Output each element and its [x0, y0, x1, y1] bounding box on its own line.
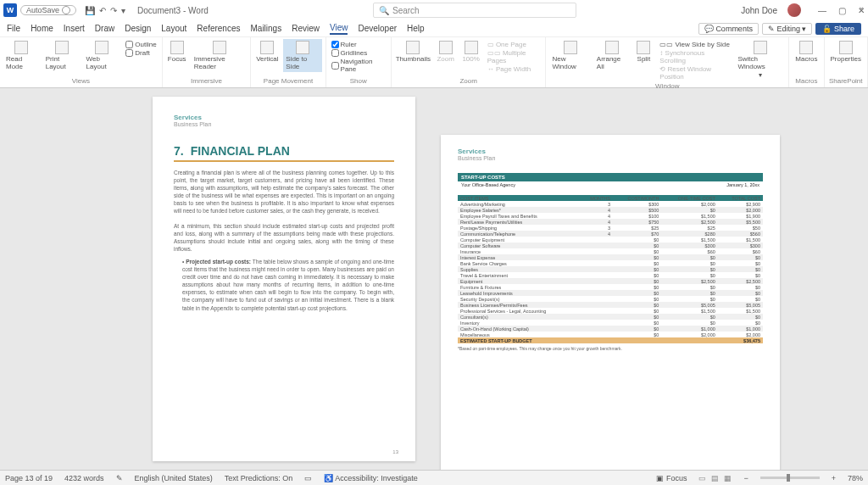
multi-page-button: ▭▭ Multiple Pages — [487, 49, 541, 64]
maximize-button[interactable]: ▢ — [838, 6, 846, 15]
properties-button[interactable]: Properties — [828, 39, 864, 64]
view-side-by-side-button[interactable]: ▭▭ View Side by Side — [659, 41, 730, 48]
spellcheck-icon[interactable]: ✎ — [116, 474, 123, 482]
document-area[interactable]: Services Business Plan 7. FINANCIAL PLAN… — [0, 88, 868, 470]
arrange-all-button[interactable]: Arrange All — [594, 39, 630, 72]
table-row: Employee Payroll Taxes and Benefits4$100… — [458, 213, 763, 219]
avatar[interactable] — [787, 3, 801, 17]
word-icon: W — [3, 3, 17, 17]
print-layout-button[interactable]: Print Layout — [43, 39, 81, 72]
table-row: Rent/Lease Payments/Utilities4$750$2,500… — [458, 219, 763, 225]
tab-developer[interactable]: Developer — [358, 24, 397, 33]
read-view-icon[interactable]: ▭ — [698, 474, 706, 482]
print-view-icon[interactable]: ▤ — [711, 474, 719, 482]
status-page[interactable]: Page 13 of 19 — [5, 474, 53, 482]
one-page-button: ▭ One Page — [487, 41, 541, 48]
table-header-row: COST ITEMSMONTHSCOST/MONTHONE-TIME COSTT… — [458, 195, 763, 201]
gridlines-check[interactable]: Gridlines — [331, 49, 386, 57]
ruler-check[interactable]: Ruler — [331, 41, 386, 48]
header-services: Services — [174, 114, 394, 121]
editing-button[interactable]: ✎ Editing ▾ — [762, 23, 813, 35]
page-13: Services Business Plan 7. FINANCIAL PLAN… — [153, 97, 415, 461]
navpane-check[interactable]: Navigation Pane — [331, 58, 386, 73]
web-layout-button[interactable]: Web Layout — [84, 39, 121, 72]
document-title: Document3 - Word — [137, 6, 209, 15]
table-title: START-UP COSTS — [458, 173, 763, 181]
undo-icon[interactable]: ↶ — [99, 6, 106, 15]
menu-bar: File Home Insert Draw Design Layout Refe… — [0, 20, 868, 37]
status-predictions[interactable]: Text Predictions: On — [225, 474, 293, 482]
zoom-slider[interactable] — [760, 477, 820, 479]
web-view-icon[interactable]: ▦ — [724, 474, 732, 482]
share-button[interactable]: 🔓 Share — [815, 23, 861, 35]
table-row: Computer Equipment$0$1,500$1,500 — [458, 237, 763, 242]
table-row: Inventory$0$0$0 — [458, 320, 763, 326]
new-window-button[interactable]: New Window — [549, 39, 590, 72]
zoom-out-button[interactable]: − — [743, 474, 748, 482]
header-business-plan: Business Plan — [174, 121, 394, 127]
table-row: Equipment$0$2,500$2,500 — [458, 278, 763, 284]
status-bar: Page 13 of 19 4232 words ✎ English (Unit… — [0, 470, 868, 485]
draft-check[interactable]: Draft — [125, 49, 156, 57]
search-input[interactable]: 🔍 Search — [373, 3, 576, 18]
minimize-button[interactable]: — — [818, 6, 826, 15]
focus-button[interactable]: Focus — [166, 39, 188, 64]
tab-layout[interactable]: Layout — [161, 24, 186, 33]
sync-scroll-button: ↕ Synchronous Scrolling — [659, 49, 730, 64]
comments-button[interactable]: 💬 Comments — [698, 23, 759, 35]
table-subheader: Your Office-Based AgencyJanuary 1, 20xx — [458, 181, 763, 188]
tab-review[interactable]: Review — [292, 24, 320, 33]
user-name[interactable]: John Doe — [741, 6, 777, 15]
status-accessibility[interactable]: ♿ Accessibility: Investigate — [324, 474, 418, 482]
tab-design[interactable]: Design — [125, 24, 151, 33]
tab-mailings[interactable]: Mailings — [250, 24, 281, 33]
table-footnote: *Based on part-time employees. This may … — [458, 346, 763, 351]
table-row: Security Deposit(s)$0$0$0 — [458, 296, 763, 302]
table-row: Business Licenses/Permits/Fees$0$5,005$5… — [458, 302, 763, 308]
vertical-button[interactable]: Vertical — [254, 39, 280, 64]
page-width-button: ↔ Page Width — [487, 65, 541, 73]
paragraph-1: Creating a financial plan is where all o… — [174, 169, 394, 215]
hundred-button: 100% — [460, 39, 482, 64]
thumbnails-button[interactable]: Thumbnails — [395, 39, 431, 64]
table-row: Supplies$0$0$0 — [458, 266, 763, 272]
page-number: 13 — [392, 449, 398, 454]
qat-dropdown-icon[interactable]: ▾ — [121, 6, 125, 15]
tab-insert[interactable]: Insert — [64, 24, 85, 33]
zoom-in-button[interactable]: + — [832, 474, 836, 482]
status-words[interactable]: 4232 words — [64, 474, 104, 482]
table-row: Advertising/Marketing3$300$2,000$2,900 — [458, 201, 763, 207]
zoom-button: Zoom — [435, 39, 457, 64]
read-mode-button[interactable]: Read Mode — [3, 39, 40, 72]
split-button[interactable]: Split — [632, 39, 654, 64]
tab-help[interactable]: Help — [407, 24, 425, 33]
display-settings-icon[interactable]: ▭ — [304, 474, 312, 482]
focus-mode-button[interactable]: ▣ Focus — [656, 474, 687, 482]
tab-view[interactable]: View — [330, 23, 348, 35]
collapse-ribbon-button[interactable]: ⌄ — [858, 2, 865, 11]
tab-file[interactable]: File — [7, 24, 20, 33]
table-row: Miscellaneous$0$2,000$2,000 — [458, 332, 763, 337]
switch-windows-button[interactable]: Switch Windows ▾ — [735, 39, 785, 81]
title-bar: W AutoSave 💾 ↶ ↷ ▾ Document3 - Word 🔍 Se… — [0, 0, 868, 20]
table-row: Insurance$0$60$60 — [458, 248, 763, 254]
table-total-row: ESTIMATED START-UP BUDGET$36,475 — [458, 337, 763, 343]
zoom-level[interactable]: 78% — [848, 474, 863, 482]
save-icon[interactable]: 💾 — [85, 6, 95, 15]
table-row: Professional Services - Legal, Accountin… — [458, 308, 763, 314]
bullet-1: • Projected start-up costs: The table be… — [174, 258, 394, 312]
table-row: Interest Expense$0$0$0 — [458, 254, 763, 260]
table-row: Consultant(s)$0$0$0 — [458, 314, 763, 320]
tab-references[interactable]: References — [197, 24, 240, 33]
status-language[interactable]: English (United States) — [135, 474, 213, 482]
macros-button[interactable]: Macros — [793, 39, 820, 64]
autosave-toggle[interactable]: AutoSave — [20, 5, 76, 15]
paragraph-2: At a minimum, this section should includ… — [174, 222, 394, 253]
table-row: Travel & Entertainment$0$0$0 — [458, 272, 763, 278]
tab-draw[interactable]: Draw — [95, 24, 114, 33]
redo-icon[interactable]: ↷ — [110, 6, 117, 15]
immersive-reader-button[interactable]: Immersive Reader — [192, 39, 248, 72]
side-to-side-button[interactable]: Side to Side — [283, 39, 321, 72]
tab-home[interactable]: Home — [31, 24, 53, 33]
outline-check[interactable]: Outline — [125, 41, 156, 48]
